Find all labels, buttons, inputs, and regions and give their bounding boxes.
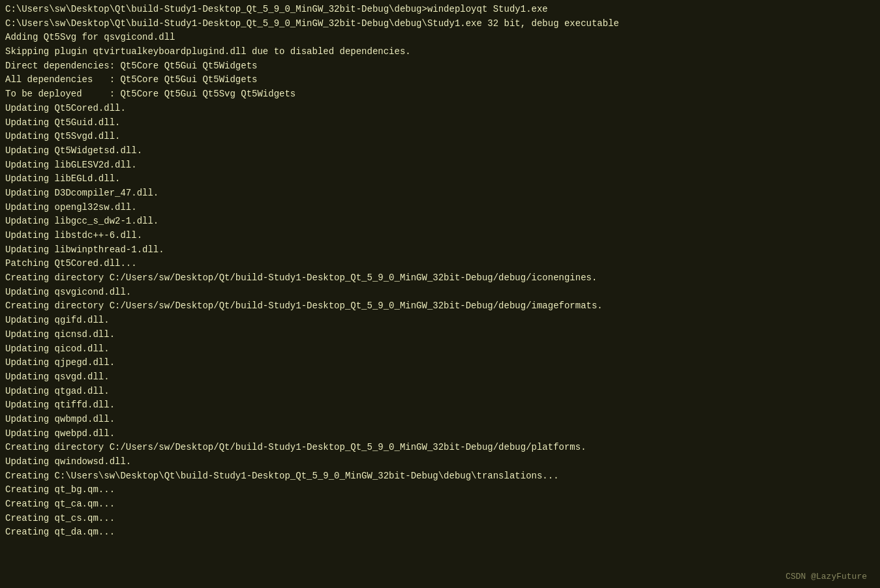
terminal-line: Creating qt_bg.qm... <box>5 483 875 497</box>
terminal-line: Updating qsvgicond.dll. <box>5 286 875 300</box>
terminal-line: Updating libwinpthread-1.dll. <box>5 243 875 257</box>
terminal-line: Updating Qt5Widgetsd.dll. <box>5 144 875 158</box>
terminal-line: C:\Users\sw\Desktop\Qt\build-Study1-Desk… <box>5 17 875 31</box>
terminal-line: Patching Qt5Cored.dll... <box>5 257 875 271</box>
terminal-line: Updating qgifd.dll. <box>5 314 875 328</box>
watermark: CSDN @LazyFuture <box>785 572 867 581</box>
terminal-line: Updating libgcc_s_dw2-1.dll. <box>5 214 875 229</box>
terminal-line: Adding Qt5Svg for qsvgicond.dll <box>5 31 875 45</box>
terminal-line: Updating Qt5Cored.dll. <box>5 102 875 116</box>
terminal-line: Creating directory C:/Users/sw/Desktop/Q… <box>5 271 875 286</box>
terminal-output: C:\Users\sw\Desktop\Qt\build-Study1-Desk… <box>0 0 880 588</box>
terminal-line: Skipping plugin qtvirtualkeyboardplugind… <box>5 45 875 59</box>
terminal-line: Updating qwindowsd.dll. <box>5 455 875 469</box>
terminal-line: Updating opengl32sw.dll. <box>5 201 875 215</box>
terminal-line: Creating qt_ca.qm... <box>5 497 875 512</box>
terminal-line: Creating qt_da.qm... <box>5 525 875 540</box>
terminal-line: Updating Qt5Guid.dll. <box>5 116 875 130</box>
terminal-line: Direct dependencies: Qt5Core Qt5Gui Qt5W… <box>5 59 875 74</box>
terminal-line: All dependencies : Qt5Core Qt5Gui Qt5Wid… <box>5 73 875 87</box>
terminal-line: Updating Qt5Svgd.dll. <box>5 130 875 144</box>
terminal-line: Updating qtiffd.dll. <box>5 398 875 413</box>
terminal-line: Updating qicod.dll. <box>5 342 875 357</box>
terminal-line: Creating directory C:/Users/sw/Desktop/Q… <box>5 441 875 455</box>
terminal-line: Updating D3Dcompiler_47.dll. <box>5 186 875 201</box>
terminal-line: Updating qwbmpd.dll. <box>5 413 875 427</box>
terminal-line: Updating qwebpd.dll. <box>5 427 875 441</box>
terminal-line: C:\Users\sw\Desktop\Qt\build-Study1-Desk… <box>5 3 875 17</box>
terminal-line: Creating qt_cs.qm... <box>5 512 875 526</box>
terminal-line: Updating qjpegd.dll. <box>5 356 875 370</box>
terminal-line: Updating libstdc++-6.dll. <box>5 229 875 243</box>
terminal-line: Updating libGLESV2d.dll. <box>5 158 875 173</box>
terminal-line: Updating qtgad.dll. <box>5 385 875 399</box>
terminal-line: Updating qsvgd.dll. <box>5 370 875 385</box>
terminal-line: Creating directory C:/Users/sw/Desktop/Q… <box>5 299 875 314</box>
terminal-line: Updating libEGLd.dll. <box>5 172 875 186</box>
terminal-line: Updating qicnsd.dll. <box>5 328 875 342</box>
terminal-line: Creating C:\Users\sw\Desktop\Qt\build-St… <box>5 469 875 484</box>
terminal-line: To be deployed : Qt5Core Qt5Gui Qt5Svg Q… <box>5 87 875 102</box>
